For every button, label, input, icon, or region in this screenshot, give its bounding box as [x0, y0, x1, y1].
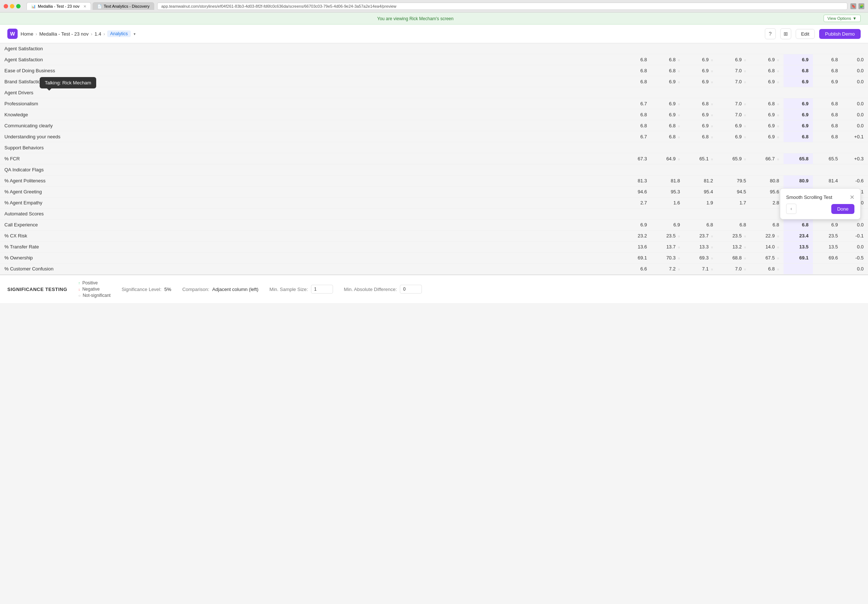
sig-min-diff-label: Min. Absolute Difference: [344, 287, 397, 292]
bookmark-icon[interactable]: 🔖 [850, 3, 856, 9]
table-row: % Ownership 69.1 70.3 ○ 69.3 ○ 68.8 ○ 67… [0, 252, 868, 263]
table-row: % FCR 67.3 64.9 ○ 65.1 ○ 65.9 ○ 66.7 ○ 6… [0, 153, 868, 164]
significance-label: SIGNIFICANCE TESTING [7, 287, 67, 292]
table-row: Ease of Doing Business 6.8 6.8 ○ 6.9 ○ 7… [0, 65, 868, 76]
chevron-down-icon: ▼ [852, 16, 857, 20]
breadcrumb: Home › Medallia - Test - 23 nov › 1.4 › … [20, 31, 131, 37]
section-header-agent-drivers: Agent Drivers [0, 87, 868, 98]
table-row: Brand Satisfaction 6.8 6.9 ○ 6.9 ○ 7.0 ○… [0, 76, 868, 87]
section-header-automated-scores: Automated Scores [0, 209, 868, 219]
table-row: Agent Satisfaction [0, 43, 868, 54]
positive-arrow-icon: ↑ [78, 281, 80, 285]
sig-min-sample-group: Min. Sample Size: [270, 285, 333, 294]
table-row: QA Indicator Flags [0, 164, 868, 175]
header-right: ? ⊞ Edit Publish Demo [765, 28, 861, 39]
popup-title: Smooth Scrolling Test [786, 195, 832, 200]
table-row: % CX Risk 23.2 23.5 ○ 23.7 ○ 23.5 ○ 22.9… [0, 230, 868, 241]
browser-tab-medallia[interactable]: 📊 Medallia - Test - 23 nov ✕ [26, 2, 91, 10]
app-logo[interactable]: W [7, 29, 18, 39]
sig-min-diff-group: Min. Absolute Difference: [344, 285, 422, 294]
sig-legend-negative: ↓ Negative [78, 287, 110, 292]
breadcrumb-dropdown-icon[interactable]: ▾ [134, 32, 135, 36]
table-row: Agent Satisfaction 6.8 6.8 ○ 6.9 ○ 6.9 ○… [0, 54, 868, 65]
breadcrumb-analytics[interactable]: Analytics [107, 31, 131, 37]
tab-bar: 📊 Medallia - Test - 23 nov ✕ 📄 Text Anal… [26, 2, 154, 10]
notification-text: You are viewing Rick Mecham's screen [377, 16, 453, 21]
popup-done-button[interactable]: Done [831, 204, 854, 214]
sig-negative-label: Negative [82, 287, 99, 292]
not-significant-icon: ○ [78, 294, 81, 298]
table-row: % Agent Greeting 94.6 95.3 95.4 94.5 95.… [0, 186, 868, 198]
popup-header: Smooth Scrolling Test ✕ [786, 194, 854, 201]
table-row: Communicating clearly 6.8 6.8 ○ 6.9 ○ 6.… [0, 120, 868, 131]
help-button[interactable]: ? [765, 28, 776, 39]
sig-not-significant-label: Not-significant [83, 293, 110, 298]
sig-legend-not-significant: ○ Not-significant [78, 293, 110, 298]
header-left: W Home › Medallia - Test - 23 nov › 1.4 … [7, 29, 135, 39]
breadcrumb-test[interactable]: Medallia - Test - 23 nov [39, 31, 88, 37]
notification-bar: You are viewing Rick Mecham's screen Vie… [0, 12, 868, 25]
browser-chrome: 📊 Medallia - Test - 23 nov ✕ 📄 Text Anal… [0, 0, 868, 12]
close-window-dot[interactable] [4, 4, 8, 8]
table-row: Professionalism 6.7 6.9 ○ 6.8 ○ 7.0 ○ 6.… [0, 98, 868, 109]
significance-legend: ↑ Positive ↓ Negative ○ Not-significant [78, 280, 110, 298]
table-row: % Agent Politeness 81.3 81.8 81.2 79.5 8… [0, 175, 868, 186]
maximize-window-dot[interactable] [16, 4, 20, 8]
sig-level-value: 5% [164, 287, 172, 292]
table-row: Automated Scores [0, 209, 868, 219]
sig-level-label: Significance Level: [121, 287, 161, 292]
table-row: % Agent Empathy 2.7 1.6 1.9 1.7 2.8 2.0 … [0, 198, 868, 209]
negative-arrow-icon: ↓ [78, 287, 80, 291]
table-row: Support Behaviors [0, 142, 868, 153]
table-row: Understanding your needs 6.7 6.8 ○ 6.8 ○… [0, 131, 868, 142]
sig-level-group: Significance Level: 5% [121, 285, 171, 294]
window-controls [4, 4, 20, 8]
edit-button[interactable]: Edit [796, 29, 815, 39]
analytics-table: Agent Satisfaction Agent Satisfaction 6.… [0, 43, 868, 275]
popup-close-button[interactable]: ✕ [849, 194, 854, 201]
app-header: W Home › Medallia - Test - 23 nov › 1.4 … [0, 25, 868, 43]
address-bar[interactable] [157, 3, 848, 10]
view-options-button[interactable]: View Options ▼ [823, 15, 861, 22]
significance-testing-footer: SIGNIFICANCE TESTING ↑ Positive ↓ Negati… [0, 275, 868, 303]
popup-prev-button[interactable]: ‹ [786, 204, 797, 214]
browser-actions: 🔖 🧩 [850, 3, 864, 9]
section-header-qa-flags: QA Indicator Flags [0, 164, 868, 175]
publish-button[interactable]: Publish Demo [819, 29, 861, 39]
sig-min-sample-input[interactable] [311, 285, 333, 294]
main-container: Talking: Rick Mecham Agent Satisfaction [0, 43, 868, 275]
sig-positive-label: Positive [82, 280, 98, 286]
table-row: Agent Drivers [0, 87, 868, 98]
sig-comparison-group: Comparison: Adjacent column (left) [182, 285, 258, 294]
data-table-wrapper[interactable]: Agent Satisfaction Agent Satisfaction 6.… [0, 43, 868, 275]
table-row: Knowledge 6.8 6.9 ○ 6.9 ○ 7.0 ○ 6.9 ○ 6.… [0, 109, 868, 120]
sig-legend-positive: ↑ Positive [78, 280, 110, 286]
sig-controls: Significance Level: 5% Comparison: Adjac… [121, 285, 861, 294]
sig-min-diff-input[interactable] [400, 285, 422, 294]
smooth-scroll-popup: Smooth Scrolling Test ✕ ‹ Done [780, 188, 861, 219]
talking-tooltip: Talking: Rick Mecham [40, 77, 96, 88]
table-row: Call Experience 6.9 6.9 6.8 6.8 6.8 6.8 … [0, 219, 868, 230]
sig-min-sample-label: Min. Sample Size: [270, 287, 308, 292]
tab-label-medallia: Medallia - Test - 23 nov [38, 4, 80, 8]
extension-icon[interactable]: 🧩 [859, 3, 864, 9]
section-header-support-behaviors: Support Behaviors [0, 142, 868, 153]
layout-button[interactable]: ⊞ [780, 28, 791, 39]
table-row: % Customer Confusion 6.6 7.2 ○ 7.1 ○ 7.0… [0, 263, 868, 275]
table-row: % Transfer Rate 13.6 13.7 ○ 13.3 ○ 13.2 … [0, 241, 868, 252]
sig-comparison-value: Adjacent column (left) [212, 287, 259, 292]
sig-comparison-label: Comparison: [182, 287, 209, 292]
breadcrumb-home[interactable]: Home [20, 31, 33, 37]
browser-tab-text-analytics[interactable]: 📄 Text Analytics - Discovery [93, 2, 155, 10]
popup-nav: ‹ Done [786, 204, 854, 214]
section-header-agent-satisfaction: Agent Satisfaction [0, 43, 868, 54]
breadcrumb-number: 1.4 [95, 31, 101, 37]
tab-label-text-analytics: Text Analytics - Discovery [104, 4, 150, 8]
minimize-window-dot[interactable] [10, 4, 14, 8]
